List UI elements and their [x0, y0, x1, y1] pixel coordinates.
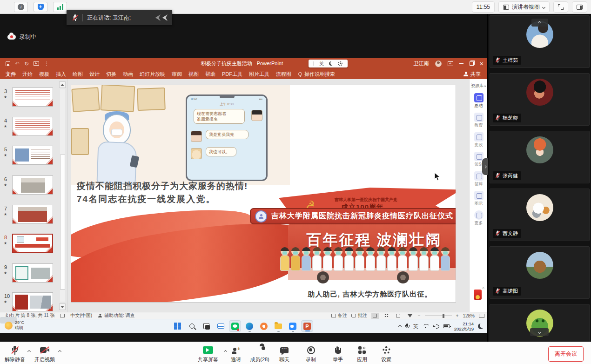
apps-button[interactable]: 应用: [349, 344, 375, 363]
tab-draw[interactable]: 绘图: [69, 71, 86, 78]
tab-file[interactable]: 文件: [0, 71, 19, 78]
start-video-button[interactable]: 开启视频: [32, 344, 58, 363]
participant-tile[interactable]: 张芮健: [490, 131, 590, 183]
tab-insert[interactable]: 插入: [53, 71, 69, 78]
tab-animations[interactable]: 动画: [120, 71, 136, 78]
tab-flowchart[interactable]: 流程图: [273, 71, 295, 78]
thumbnail-scrollbar[interactable]: [60, 89, 65, 302]
ime-language[interactable]: 英: [319, 61, 324, 67]
tell-me-search[interactable]: 操作说明搜索: [298, 71, 335, 78]
tab-slideshow[interactable]: 幻灯片放映: [136, 71, 168, 78]
record-button[interactable]: 录制: [298, 344, 324, 363]
unmute-button[interactable]: 解除静音: [2, 344, 28, 363]
fit-to-window-icon[interactable]: [479, 314, 484, 318]
start-slideshow-icon[interactable]: [34, 61, 39, 66]
tab-view[interactable]: 视图: [185, 71, 202, 78]
tray-expand-icon[interactable]: [398, 324, 402, 328]
normal-view-button[interactable]: [371, 313, 379, 319]
zoom-in-button[interactable]: +: [456, 313, 459, 318]
slide-thumbnail-5[interactable]: 5★: [0, 146, 67, 173]
red-envelope-promo-icon[interactable]: [474, 290, 482, 300]
protection-button[interactable]: +: [34, 2, 47, 12]
thumbnail-scroll-down-button[interactable]: [59, 303, 66, 310]
reading-view-button[interactable]: [395, 313, 402, 319]
file-explorer-button[interactable]: [272, 320, 284, 332]
scroll-participants-down-button[interactable]: [530, 328, 549, 336]
battery-icon[interactable]: [443, 324, 450, 328]
slide-thumbnail-3[interactable]: 3★: [0, 88, 67, 115]
leave-meeting-button[interactable]: 离开会议: [548, 346, 584, 362]
scrollbar-thumb[interactable]: [60, 155, 65, 290]
undo-icon[interactable]: ↶: [15, 61, 20, 67]
tray-ime-indicator[interactable]: 英: [413, 323, 418, 330]
settings-button[interactable]: 设置: [373, 344, 399, 363]
scroll-participants-up-button[interactable]: [531, 19, 548, 27]
powerpoint-app-button[interactable]: P: [301, 320, 313, 332]
ime-moon-icon[interactable]: [329, 61, 333, 66]
ime-settings-icon[interactable]: [338, 61, 343, 66]
minimize-icon[interactable]: [459, 63, 463, 64]
panel-collapse-handle[interactable]: [482, 158, 488, 175]
members-button[interactable]: 成员(28): [245, 344, 275, 363]
tab-transitions[interactable]: 切换: [103, 71, 120, 78]
accessibility-status[interactable]: 辅助功能: 调查: [104, 312, 135, 319]
mail-app-button[interactable]: [215, 320, 227, 332]
start-button[interactable]: [171, 320, 183, 332]
fullscreen-button[interactable]: [553, 1, 568, 13]
taskbar-clock[interactable]: 21:142022/5/19: [454, 321, 474, 332]
customize-qat-icon[interactable]: ⋮: [44, 61, 49, 67]
network-info-button[interactable]: i: [14, 2, 28, 12]
tab-picture-tools[interactable]: 图片工具: [246, 71, 273, 78]
slide-thumbnail-4[interactable]: 4★: [0, 117, 67, 144]
resource-item-party[interactable]: 党政: [470, 132, 488, 148]
ribbon-display-icon[interactable]: [448, 61, 453, 66]
restore-icon[interactable]: [470, 61, 474, 66]
participant-tile[interactable]: 杨芝卿: [490, 73, 590, 126]
slide-thumbnail-8-selected[interactable]: 8★: [0, 234, 67, 261]
search-button[interactable]: [186, 320, 198, 332]
resource-panel-title[interactable]: 资源库: [470, 83, 487, 89]
slide-thumbnail-7[interactable]: 7★: [0, 205, 67, 232]
audio-options-chevron[interactable]: [27, 350, 31, 353]
view-mode-dropdown[interactable]: 演讲者视图: [498, 1, 550, 13]
raise-hand-button[interactable]: 举手: [325, 344, 351, 363]
zoom-slider-knob[interactable]: [443, 314, 444, 318]
language-indicator[interactable]: 中文(中国): [70, 312, 92, 319]
slide-thumbnail-9[interactable]: 9★: [0, 263, 67, 290]
comments-toggle[interactable]: 批注: [351, 312, 367, 319]
resource-item-summary[interactable]: 总结: [470, 93, 488, 109]
speaker-icon[interactable]: [433, 324, 439, 329]
focus-assist-moon-icon[interactable]: [478, 324, 484, 329]
slide-sorter-view-button[interactable]: [383, 313, 390, 319]
display-settings-icon[interactable]: [60, 314, 65, 317]
save-icon[interactable]: [6, 61, 10, 66]
chat-button[interactable]: 聊天: [271, 344, 297, 363]
participant-tile[interactable]: 茜文静: [490, 189, 590, 241]
resource-item-education[interactable]: 教育: [470, 113, 488, 128]
participant-tile[interactable]: 高诺阳: [490, 246, 590, 299]
slideshow-view-button[interactable]: [406, 313, 414, 319]
edge-app-button[interactable]: [243, 320, 255, 332]
share-screen-button[interactable]: 共享屏幕: [193, 344, 223, 363]
wechat-app-button[interactable]: [229, 320, 241, 332]
zoom-slider[interactable]: [425, 316, 452, 316]
tab-pdf-tools[interactable]: PDF工具: [219, 71, 246, 78]
wifi-icon[interactable]: [423, 324, 429, 329]
tab-help[interactable]: 帮助: [202, 71, 219, 78]
zoom-out-button[interactable]: −: [418, 313, 421, 318]
ime-toolbar[interactable]: 英: [309, 60, 348, 67]
redo-icon[interactable]: ↻: [24, 61, 29, 67]
participant-tile[interactable]: 王梓茹: [490, 15, 590, 68]
ppt-share-button[interactable]: 共享: [463, 71, 481, 78]
promo-close-icon[interactable]: ✕: [482, 286, 485, 290]
sidebar-toggle-button[interactable]: [572, 1, 587, 13]
close-icon[interactable]: ×: [480, 61, 484, 67]
slide-thumbnail-6[interactable]: 6★: [0, 175, 67, 202]
account-name[interactable]: 卫江南: [414, 60, 429, 67]
weather-widget[interactable]: 29°C晴朗: [5, 320, 24, 331]
notes-toggle[interactable]: 备注: [331, 312, 347, 319]
thumbnail-scroll-up-button[interactable]: [59, 81, 66, 88]
resource-item-more[interactable]: 更多: [470, 210, 488, 226]
tab-design[interactable]: 设计: [86, 71, 103, 78]
tab-review[interactable]: 审阅: [168, 71, 185, 78]
